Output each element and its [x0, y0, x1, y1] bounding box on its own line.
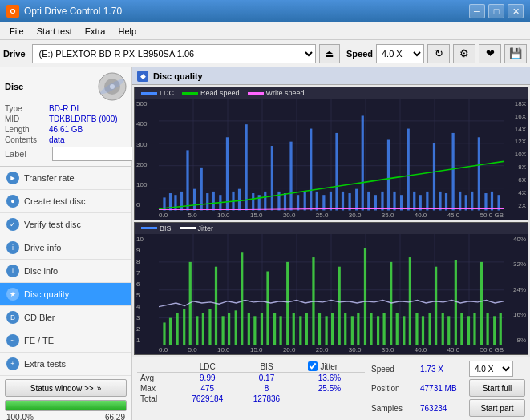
samples-val: 763234: [420, 404, 464, 413]
svg-rect-108: [331, 313, 334, 345]
chart1-y-axis-right: 18X 16X 14X 12X 10X 8X 6X 4X 2X: [504, 99, 528, 211]
svg-rect-44: [335, 133, 338, 211]
sidebar-item-create-test-disc[interactable]: ● Create test disc: [0, 190, 131, 213]
sidebar-item-transfer-rate[interactable]: ► Transfer rate: [0, 167, 131, 190]
svg-rect-104: [305, 313, 308, 345]
speed-label: Speed: [346, 49, 373, 59]
svg-rect-82: [163, 322, 165, 345]
svg-rect-121: [415, 313, 418, 345]
chart1-x-axis: 0.0 5.0 10.0 15.0 20.0 25.0 30.0 35.0 40…: [135, 211, 528, 220]
chart1-body: 500 400 300 200 100 0: [135, 99, 528, 211]
eject-button[interactable]: ⏏: [319, 44, 340, 63]
svg-rect-65: [471, 192, 473, 211]
svg-rect-53: [393, 192, 395, 211]
maximize-button[interactable]: □: [488, 4, 504, 18]
svg-rect-43: [330, 192, 332, 211]
sidebar-item-disc-info[interactable]: i Disc info: [0, 260, 131, 283]
progress-speed: 66.29: [105, 413, 125, 420]
jitter-legend-label: Jitter: [198, 224, 214, 232]
disc-info-label: Disc info: [24, 266, 58, 276]
bis-legend-label: BIS: [160, 224, 172, 232]
svg-rect-94: [241, 252, 243, 345]
svg-rect-38: [297, 195, 299, 210]
svg-rect-97: [261, 313, 263, 345]
samples-label: Samples: [371, 404, 415, 413]
menu-bar: File Start test Extra Help: [0, 22, 530, 40]
svg-rect-84: [176, 313, 179, 345]
settings-button[interactable]: ⚙: [453, 44, 475, 63]
write-speed-legend-label: Write speed: [266, 89, 305, 97]
svg-rect-96: [253, 316, 256, 345]
svg-rect-58: [426, 192, 428, 211]
minimize-button[interactable]: ─: [469, 4, 485, 18]
chart2-legend: BIS Jitter: [135, 223, 528, 234]
svg-rect-119: [403, 316, 405, 345]
svg-rect-52: [387, 140, 390, 211]
svg-rect-83: [169, 317, 172, 345]
sidebar-item-fe-te[interactable]: ~ FE / TE: [0, 329, 131, 353]
drive-toolbar: Drive (E:) PLEXTOR BD-R PX-LB950SA 1.06 …: [0, 40, 530, 67]
svg-rect-126: [447, 316, 450, 345]
fe-te-icon: ~: [6, 334, 19, 347]
quality-title: Disc quality: [153, 71, 203, 81]
status-window-button[interactable]: Status window >> »: [5, 379, 127, 397]
close-button[interactable]: ✕: [508, 4, 524, 18]
sidebar-item-verify-test-disc[interactable]: ✓ Verify test disc: [0, 213, 131, 236]
mid-label: MID: [5, 115, 49, 123]
length-value: 46.61 GB: [49, 125, 83, 134]
svg-rect-89: [208, 309, 211, 346]
start-full-button[interactable]: Start full: [469, 379, 525, 397]
verify-test-icon: ✓: [6, 218, 19, 231]
svg-rect-111: [351, 316, 354, 345]
sidebar-item-drive-info[interactable]: i Drive info: [0, 236, 131, 260]
svg-rect-107: [325, 316, 327, 345]
svg-rect-51: [381, 192, 383, 211]
sidebar: Disc Type BD-R DL MID TDKBLDRFB (000) Le…: [0, 67, 132, 420]
favorite-button[interactable]: ❤: [479, 44, 501, 63]
disc-quality-icon: ★: [6, 288, 19, 301]
svg-rect-33: [264, 192, 266, 211]
disc-panel: Disc Type BD-R DL MID TDKBLDRFB (000) Le…: [0, 67, 131, 167]
sidebar-item-disc-quality[interactable]: ★ Disc quality: [0, 283, 131, 306]
create-test-label: Create test disc: [24, 196, 85, 206]
svg-rect-90: [215, 266, 217, 345]
svg-rect-93: [235, 310, 237, 345]
contents-value: data: [49, 135, 64, 144]
main-layout: Disc Type BD-R DL MID TDKBLDRFB (000) Le…: [0, 67, 530, 420]
svg-rect-117: [390, 261, 392, 345]
svg-rect-55: [407, 129, 410, 211]
svg-rect-87: [196, 316, 198, 345]
svg-rect-101: [286, 261, 289, 345]
extra-tests-label: Extra tests: [24, 359, 66, 369]
jitter-checkbox[interactable]: [308, 361, 318, 371]
chart2-plot: [159, 234, 504, 346]
menu-help[interactable]: Help: [111, 25, 143, 38]
quality-header: ◆ Disc quality: [132, 67, 530, 85]
sidebar-item-extra-tests[interactable]: + Extra tests: [0, 353, 131, 376]
svg-rect-106: [318, 313, 321, 345]
stats-speed-select[interactable]: 4.0 X: [469, 361, 513, 377]
svg-rect-130: [473, 313, 475, 345]
progress-percent: 100.0%: [6, 413, 34, 420]
svg-rect-47: [355, 189, 358, 211]
svg-rect-113: [364, 248, 366, 345]
chevron-right-icon: »: [97, 384, 102, 393]
chart1-plot: [159, 99, 504, 211]
speed-select[interactable]: 4.0 X: [376, 44, 424, 63]
svg-rect-124: [435, 266, 437, 345]
svg-rect-48: [362, 115, 364, 210]
save-button[interactable]: 💾: [504, 44, 527, 63]
chart1: LDC Read speed Write speed 500 400: [134, 87, 528, 220]
menu-file[interactable]: File: [3, 25, 30, 38]
status-progress: 100.0% 66.29: [5, 400, 127, 420]
svg-rect-123: [428, 313, 431, 345]
svg-rect-54: [400, 195, 403, 210]
svg-rect-62: [452, 133, 455, 211]
refresh-button[interactable]: ↻: [427, 44, 450, 63]
disc-title: Disc: [5, 82, 23, 91]
menu-start-test[interactable]: Start test: [30, 25, 79, 38]
start-part-button[interactable]: Start part: [469, 399, 525, 417]
menu-extra[interactable]: Extra: [79, 25, 112, 38]
drive-select[interactable]: (E:) PLEXTOR BD-R PX-LB950SA 1.06: [32, 44, 316, 63]
sidebar-item-cd-bler[interactable]: B CD Bler: [0, 306, 131, 329]
